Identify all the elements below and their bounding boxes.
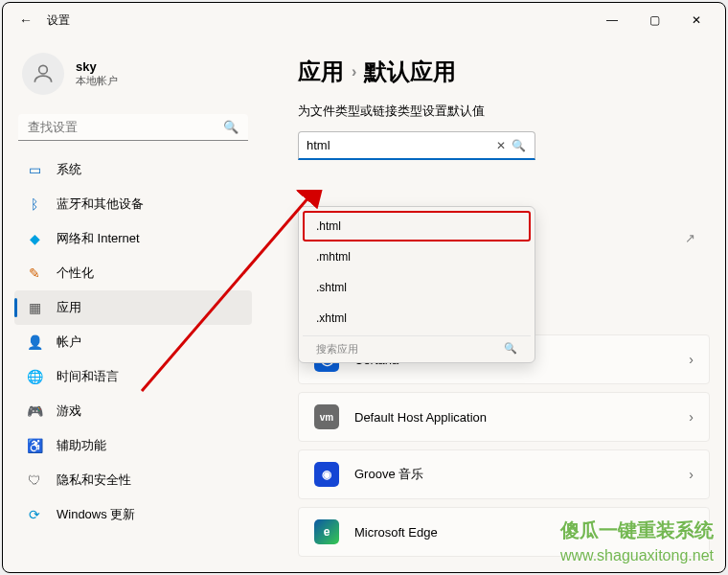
nav-label: 应用: [57, 299, 81, 316]
profile-name: sky: [76, 59, 118, 74]
filetype-dropdown: .html .mhtml .shtml .xhtml 搜索应用 🔍: [298, 206, 535, 363]
dropdown-footer-label: 搜索应用: [316, 342, 358, 356]
sidebar: sky 本地帐户 🔍 ▭系统 ᛒ蓝牙和其他设备 ◆网络和 Internet ✎个…: [3, 37, 263, 572]
nav-label: 蓝牙和其他设备: [57, 196, 144, 213]
vm-icon: vm: [314, 404, 339, 429]
breadcrumb: 应用 › 默认应用: [298, 57, 710, 87]
sidebar-search-input[interactable]: [28, 120, 223, 134]
watermark-url: www.shaguaxitong.net: [560, 547, 714, 564]
maximize-button[interactable]: ▢: [633, 6, 675, 34]
nav-apps[interactable]: ▦应用: [14, 290, 252, 325]
app-groove[interactable]: ◉ Groove 音乐 ›: [298, 449, 710, 499]
nav-label: Windows 更新: [57, 506, 135, 523]
nav-label: 系统: [57, 161, 81, 178]
nav-label: 游戏: [57, 402, 81, 420]
open-external-icon[interactable]: ↗: [685, 231, 704, 250]
app-default-host[interactable]: vm Default Host Application ›: [298, 392, 710, 442]
content-area: sky 本地帐户 🔍 ▭系统 ᛒ蓝牙和其他设备 ◆网络和 Internet ✎个…: [3, 37, 725, 572]
svg-point-0: [39, 65, 48, 74]
nav-update[interactable]: ⟳Windows 更新: [14, 497, 252, 532]
nav-system[interactable]: ▭系统: [14, 152, 252, 187]
nav-bluetooth[interactable]: ᛒ蓝牙和其他设备: [14, 187, 252, 221]
chevron-right-icon: ›: [352, 63, 356, 80]
nav-accessibility[interactable]: ♿辅助功能: [14, 428, 252, 463]
nav-label: 网络和 Internet: [57, 230, 140, 247]
person-icon: 👤: [26, 334, 43, 351]
nav-gaming[interactable]: 🎮游戏: [14, 394, 252, 428]
dropdown-item-mhtml[interactable]: .mhtml: [303, 242, 531, 272]
main-panel: 应用 › 默认应用 为文件类型或链接类型设置默认值 ✕ 🔍 ↗ .html .m…: [263, 37, 725, 572]
window-controls: — ▢ ✕: [591, 6, 717, 34]
avatar: [22, 53, 64, 95]
nav-label: 时间和语言: [57, 368, 119, 385]
nav-personalization[interactable]: ✎个性化: [14, 256, 252, 290]
nav-network[interactable]: ◆网络和 Internet: [14, 221, 252, 256]
back-button[interactable]: ←: [11, 12, 41, 28]
chevron-right-icon: ›: [689, 409, 694, 425]
titlebar: ← 设置 — ▢ ✕: [3, 3, 725, 37]
dropdown-item-xhtml[interactable]: .xhtml: [303, 303, 531, 334]
wifi-icon: ◆: [26, 230, 43, 247]
globe-icon: 🌐: [26, 368, 43, 385]
nav-privacy[interactable]: 🛡隐私和安全性: [14, 463, 252, 497]
filetype-search-input[interactable]: [307, 138, 492, 152]
chevron-right-icon: ›: [689, 352, 694, 367]
app-name-label: Default Host Application: [354, 410, 673, 425]
app-name-label: Groove 音乐: [354, 466, 673, 483]
nav-label: 隐私和安全性: [57, 472, 131, 489]
nav-time[interactable]: 🌐时间和语言: [14, 359, 252, 394]
profile-text: sky 本地帐户: [76, 59, 118, 88]
nav-list: ▭系统 ᛒ蓝牙和其他设备 ◆网络和 Internet ✎个性化 ▦应用 👤帐户 …: [14, 152, 252, 532]
search-icon[interactable]: 🔍: [510, 139, 527, 152]
apps-icon: ▦: [26, 299, 43, 316]
profile-block[interactable]: sky 本地帐户: [14, 45, 252, 110]
groove-icon: ◉: [314, 462, 339, 487]
minimize-button[interactable]: —: [591, 6, 633, 34]
search-icon: 🔍: [504, 342, 517, 356]
window-title: 设置: [47, 12, 70, 29]
bluetooth-icon: ᛒ: [26, 196, 43, 213]
sidebar-search[interactable]: 🔍: [18, 114, 248, 141]
breadcrumb-parent[interactable]: 应用: [298, 57, 344, 87]
nav-label: 个性化: [57, 264, 94, 282]
display-icon: ▭: [26, 161, 43, 178]
dropdown-item-html[interactable]: .html: [303, 211, 531, 242]
shield-icon: 🛡: [26, 472, 43, 489]
watermark-text: 傻瓜一键重装系统: [560, 518, 714, 543]
accessibility-icon: ♿: [26, 437, 43, 454]
chevron-right-icon: ›: [689, 467, 694, 482]
edge-icon: e: [314, 519, 339, 544]
section-subtitle: 为文件类型或链接类型设置默认值: [298, 103, 710, 120]
nav-label: 帐户: [57, 334, 81, 351]
gamepad-icon: 🎮: [26, 402, 43, 420]
clear-icon[interactable]: ✕: [492, 139, 510, 152]
nav-label: 辅助功能: [57, 437, 106, 454]
close-button[interactable]: ✕: [675, 6, 717, 34]
settings-window: ← 设置 — ▢ ✕ sky 本地帐户 🔍 ▭系统: [2, 2, 726, 573]
dropdown-item-shtml[interactable]: .shtml: [303, 272, 531, 303]
sync-icon: ⟳: [26, 506, 43, 523]
filetype-search[interactable]: ✕ 🔍: [298, 131, 535, 160]
nav-accounts[interactable]: 👤帐户: [14, 325, 252, 359]
person-icon: [31, 61, 56, 86]
search-icon: 🔍: [223, 120, 239, 134]
breadcrumb-current: 默认应用: [364, 57, 456, 87]
brush-icon: ✎: [26, 264, 43, 282]
dropdown-footer: 搜索应用 🔍: [303, 335, 531, 358]
profile-type: 本地帐户: [76, 74, 118, 88]
